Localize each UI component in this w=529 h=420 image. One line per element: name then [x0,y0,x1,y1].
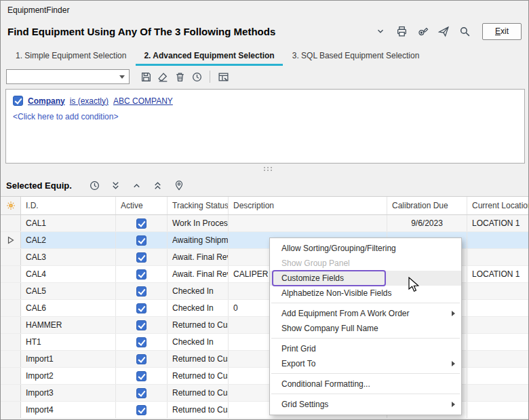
cell-current-location [467,351,529,367]
active-checkbox[interactable] [136,354,146,364]
move-to-bottom-icon[interactable] [109,178,123,193]
cell-id: HAMMER [21,317,116,333]
condition-operator-link[interactable]: is (exactly) [70,96,109,106]
column-header-id[interactable]: I.D. [21,197,116,214]
row-indicator [1,368,21,384]
active-checkbox[interactable] [136,303,146,313]
cell-current-location: LOCATION 1 [467,215,529,231]
cell-active [116,266,168,282]
chevron-down-icon[interactable] [373,24,388,39]
condition-field-link[interactable]: Company [28,96,65,106]
selected-equip-bar: Selected Equip. [1,175,528,195]
cell-active [116,283,168,299]
print-icon[interactable] [394,24,409,39]
tab-sql-based-equipment-selection[interactable]: 3. SQL Based Equipment Selection [284,45,428,66]
submenu-arrow-icon [452,361,455,366]
menu-item-allow-sorting[interactable]: Allow Sorting/Grouping/Filtering [270,241,461,256]
cell-tracking-status: Await. Final Review [168,249,229,265]
exit-button-label: Exit [487,26,517,36]
row-indicator [1,334,21,350]
cell-id: Import1 [21,351,116,367]
history-icon[interactable] [189,69,204,84]
row-indicator [1,249,21,265]
menu-item-grid-settings[interactable]: Grid Settings [270,397,461,412]
history-icon[interactable] [87,178,102,193]
cell-tracking-status: Checked In [168,300,229,316]
menu-item-show-group-panel: Show Group Panel [270,256,461,271]
cell-active [116,385,168,401]
column-header-tracking-status[interactable]: Tracking Status [168,197,229,214]
combo-chevron-down-icon [119,75,125,79]
page-title: Find Equipment Using Any Of The 3 Follow… [7,26,275,37]
cell-active [116,300,168,316]
save-icon[interactable] [138,69,153,84]
menu-item-conditional-formatting[interactable]: Conditional Formatting... [270,377,461,392]
cell-active [116,232,168,248]
cell-active [116,317,168,333]
exit-button[interactable]: Exit [482,23,522,40]
move-to-top-icon[interactable] [151,178,165,193]
tab-advanced-equipment-selection[interactable]: 2. Advanced Equipment Selection [136,45,282,66]
active-checkbox[interactable] [136,286,146,297]
column-header-active[interactable]: Active [116,197,168,214]
header: Find Equipment Using Any Of The 3 Follow… [1,20,528,43]
eraser-icon[interactable] [155,69,170,84]
splitter-grip-icon [264,167,265,168]
active-checkbox[interactable] [136,252,146,263]
cell-tracking-status: Work In Process [168,215,229,231]
search-icon[interactable] [457,24,472,39]
menu-separator [271,394,460,394]
cell-tracking-status: Checked In [168,334,229,350]
cell-current-location [467,385,529,401]
column-header-description[interactable]: Description [229,197,387,214]
menu-item-show-company-full-name[interactable]: Show Company Full Name [270,321,461,336]
tab-simple-equipment-selection[interactable]: 1. Simple Equipment Selection [7,45,134,66]
print-settings-icon[interactable] [415,24,430,39]
menu-item-label: Export To [281,359,315,368]
add-condition-row: <Click here to add condition> [13,112,517,121]
row-indicator [1,300,21,316]
active-checkbox[interactable] [136,405,146,415]
grid-options-icon[interactable] [216,69,231,84]
menu-item-add-equipment-from-work-order[interactable]: Add Equipment From A Work Order [270,306,461,321]
column-header-calibration-due[interactable]: Calibration Due [387,197,467,214]
table-row[interactable]: CAL1 Work In Process 9/6/2023 LOCATION 1 [1,215,529,232]
active-checkbox[interactable] [136,371,146,381]
location-icon[interactable] [172,178,187,193]
condition-value-link[interactable]: ABC COMPANY [113,96,173,106]
active-checkbox[interactable] [136,269,146,280]
menu-item-customize-fields-label: Customize Fields [281,273,344,283]
grid-context-menu: Allow Sorting/Grouping/Filtering Show Gr… [269,237,462,415]
active-checkbox[interactable] [136,337,146,347]
move-up-icon[interactable] [130,178,144,193]
submenu-arrow-icon [452,311,455,316]
cell-id: CAL5 [21,283,116,299]
customize-sun-icon[interactable] [1,197,21,214]
cell-tracking-status: Awaiting Shipment [168,232,229,248]
splitter-handle[interactable] [1,164,528,174]
menu-item-print-grid[interactable]: Print Grid [270,341,461,356]
active-checkbox[interactable] [136,218,146,229]
cell-description [229,215,387,231]
add-condition-link[interactable]: <Click here to add condition> [13,112,118,121]
cell-active [116,402,168,418]
active-checkbox[interactable] [136,388,146,398]
cell-id: CAL6 [21,300,116,316]
delete-icon[interactable] [172,69,187,84]
column-header-current-location[interactable]: Current Location [467,197,529,214]
menu-separator [271,373,460,374]
row-indicator [1,385,21,401]
saved-filter-combobox[interactable] [6,69,130,84]
menu-item-customize-fields[interactable]: Customize Fields [270,271,461,286]
submenu-arrow-icon [452,402,455,407]
menu-item-label: Grid Settings [281,400,328,409]
menu-item-export-to[interactable]: Export To [270,356,461,371]
active-checkbox[interactable] [136,320,146,330]
active-checkbox[interactable] [136,235,146,246]
send-icon[interactable] [436,24,451,39]
menu-item-alphabetize-non-visible-fields[interactable]: Alphabetize Non-Visible Fields [270,286,461,301]
row-indicator [1,283,21,299]
row-indicator [1,317,21,333]
condition-checkbox[interactable] [13,96,23,106]
cell-current-location [467,368,529,384]
